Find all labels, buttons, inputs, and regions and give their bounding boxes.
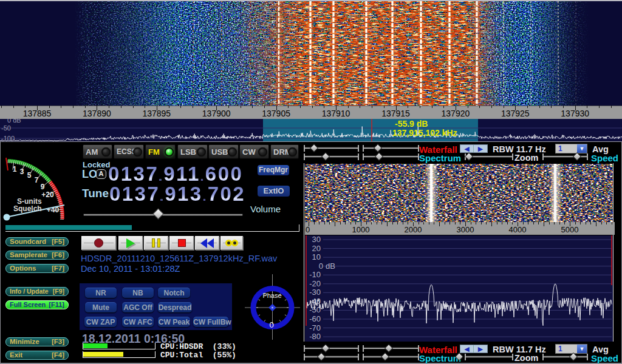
- svg-text:20: 20: [312, 244, 321, 253]
- svg-text:0: 0: [319, 261, 323, 271]
- svg-text:Squelch: Squelch: [13, 204, 42, 213]
- svg-text:+20: +20: [41, 190, 54, 199]
- svg-text:30: 30: [312, 235, 321, 244]
- svg-text:-10: -10: [309, 270, 321, 279]
- svg-text:9: 9: [41, 183, 45, 191]
- svg-text:-30: -30: [309, 288, 321, 297]
- svg-text:dB: dB: [326, 261, 335, 271]
- svg-text:137,915,102 kHz: 137,915,102 kHz: [392, 128, 457, 138]
- svg-text:-70: -70: [309, 323, 321, 332]
- svg-text:0 dB: 0 dB: [7, 119, 21, 124]
- svg-text:-20: -20: [309, 279, 321, 288]
- svg-text:Phase: Phase: [262, 292, 281, 299]
- svg-text:10: 10: [312, 252, 321, 261]
- svg-text:-60: -60: [309, 314, 321, 323]
- svg-text:-55.9 dB: -55.9 dB: [395, 119, 428, 129]
- svg-text:0: 0: [269, 320, 273, 329]
- svg-text:-100: -100: [1, 135, 15, 141]
- svg-text:-80: -80: [309, 332, 321, 341]
- svg-text:-50: -50: [1, 124, 11, 132]
